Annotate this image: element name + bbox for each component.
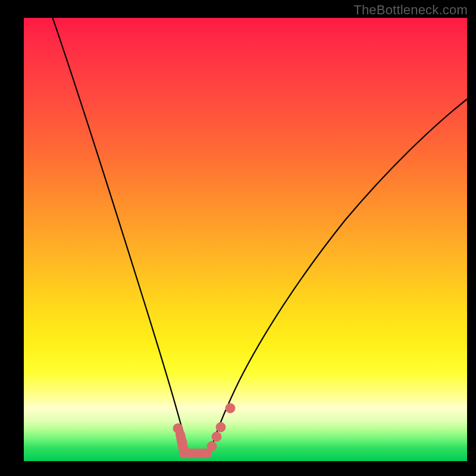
marker-dot: [212, 432, 221, 441]
chart-frame: TheBottleneck.com: [0, 0, 476, 476]
marker-dot: [177, 437, 187, 447]
plot-area: [24, 18, 467, 461]
curve-layer: [24, 18, 467, 461]
attribution-label: TheBottleneck.com: [353, 2, 468, 18]
marker-dot: [207, 441, 217, 451]
curve-left-branch: [51, 12, 187, 446]
marker-dot: [200, 449, 209, 458]
marker-dot: [181, 447, 191, 457]
marker-dot: [216, 422, 226, 432]
marker-dot: [173, 424, 183, 433]
marker-dot: [226, 403, 235, 413]
curve-right-branch: [212, 92, 476, 446]
